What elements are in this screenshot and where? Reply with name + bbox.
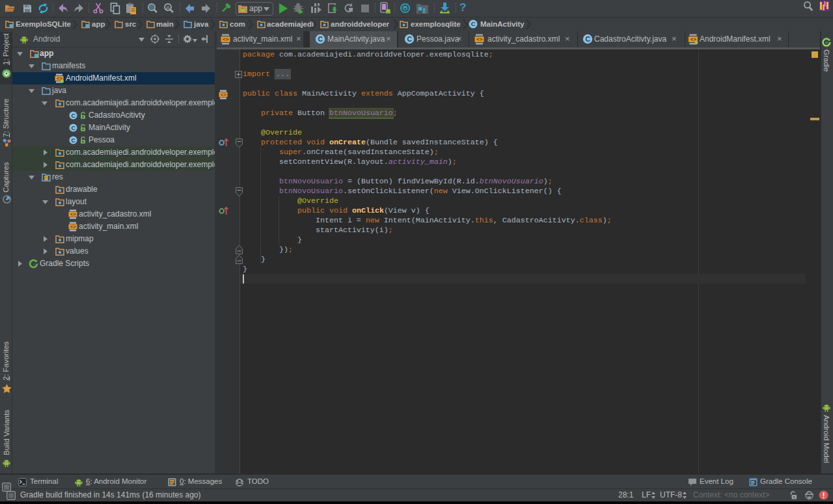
svg-text:C: C <box>71 113 75 119</box>
svg-text:<>: <> <box>221 92 227 98</box>
svg-text:C: C <box>71 125 75 131</box>
svg-text:<>: <> <box>476 36 483 42</box>
svg-text:<>: <> <box>70 224 77 230</box>
svg-text:C: C <box>585 35 590 43</box>
svg-text:<>: <> <box>223 36 229 42</box>
svg-text:C: C <box>471 20 476 27</box>
svg-text:A: A <box>166 5 170 11</box>
svg-text:C: C <box>318 35 323 43</box>
svg-text:C: C <box>71 137 75 144</box>
svg-text:<>: <> <box>70 212 77 217</box>
svg-text:C: C <box>407 35 412 43</box>
